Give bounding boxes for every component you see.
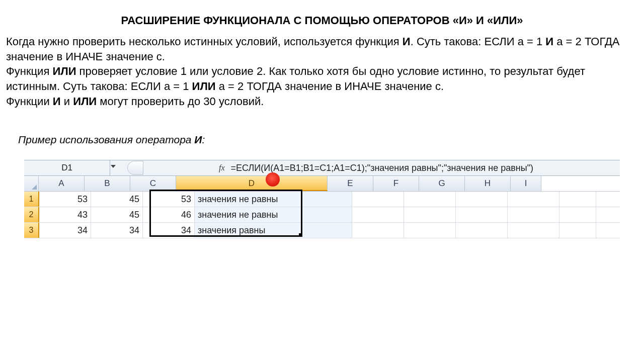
formula-text[interactable]: =ЕСЛИ(И(A1=B1;B1=C1;A1=C1);"значения рав…	[231, 163, 534, 173]
column-headers: ABCDEFGHI	[24, 176, 620, 192]
column-header[interactable]: A	[39, 176, 85, 191]
cell[interactable]	[456, 207, 508, 222]
table-row: 2434546значения не равны	[24, 207, 620, 223]
cell[interactable]	[508, 207, 559, 222]
bold-ili: ИЛИ	[73, 95, 97, 108]
cell[interactable]: значения не равны	[195, 192, 352, 207]
column-header[interactable]: B	[85, 176, 130, 191]
cell[interactable]	[352, 207, 404, 222]
table-row: 3343434значения равны	[24, 223, 620, 238]
cell[interactable]	[559, 207, 596, 222]
cell[interactable]	[456, 192, 508, 207]
column-header[interactable]: H	[465, 176, 511, 191]
text: и	[61, 95, 73, 108]
cell[interactable]: 45	[91, 192, 143, 207]
text: Когда нужно проверить несколько истинных…	[6, 35, 403, 48]
column-header[interactable]: G	[419, 176, 465, 191]
bold-i: И	[194, 134, 202, 145]
bold-i: И	[53, 95, 61, 108]
cell[interactable]: значения не равны	[195, 207, 352, 222]
text: а = 2 ТОГДА значение в ИНАЧЕ значение с.	[216, 80, 444, 93]
row-header[interactable]: 2	[24, 207, 39, 222]
name-box[interactable]: D1	[24, 160, 110, 175]
fx-paren-icon	[127, 161, 143, 175]
table-row: 1534553значения не равны	[24, 192, 620, 207]
bold-ili: ИЛИ	[192, 80, 216, 93]
cell[interactable]	[352, 192, 404, 207]
bold-ili: ИЛИ	[52, 65, 76, 77]
row-header[interactable]: 3	[24, 223, 39, 238]
cell[interactable]	[352, 223, 404, 238]
cell[interactable]	[508, 192, 559, 207]
column-header[interactable]: E	[328, 176, 373, 191]
cell[interactable]: 53	[143, 192, 195, 207]
cell[interactable]: 34	[143, 223, 195, 238]
column-header[interactable]: D	[176, 176, 328, 191]
cell[interactable]	[559, 192, 596, 207]
fx-icon[interactable]: fx	[219, 163, 225, 172]
bold-i: И	[545, 35, 553, 48]
cell[interactable]	[456, 223, 508, 238]
select-all-corner[interactable]	[24, 176, 39, 191]
example-label: Пример использования оператора И:	[18, 134, 644, 146]
cell[interactable]: 34	[39, 223, 91, 238]
bold-i: И	[403, 35, 411, 48]
excel-screenshot: D1 fx =ЕСЛИ(И(A1=B1;B1=C1;A1=C1);"значен…	[24, 160, 620, 238]
column-header[interactable]: C	[130, 176, 176, 191]
cell[interactable]	[508, 223, 559, 238]
cell[interactable]	[559, 223, 596, 238]
cell[interactable]: 43	[39, 207, 91, 222]
text: Функции	[6, 95, 53, 108]
cell[interactable]	[404, 207, 456, 222]
name-box-dropdown-icon[interactable]	[111, 165, 116, 168]
text: . Суть такова: ЕСЛИ а = 1	[411, 35, 546, 48]
text: могут проверить до 30 условий.	[97, 95, 264, 108]
cell[interactable]: 45	[91, 207, 143, 222]
cell[interactable]: 46	[143, 207, 195, 222]
cell[interactable]	[404, 192, 456, 207]
text: :	[202, 134, 205, 145]
column-header[interactable]: F	[373, 176, 419, 191]
column-header[interactable]: I	[511, 176, 541, 191]
cell[interactable]: значения равны	[195, 223, 352, 238]
cell[interactable]: 53	[39, 192, 91, 207]
body-paragraph: Когда нужно проверить несколько истинных…	[6, 34, 638, 109]
cell[interactable]: 34	[91, 223, 143, 238]
text: Пример использования оператора	[18, 134, 194, 145]
row-header[interactable]: 1	[24, 192, 39, 207]
cell[interactable]	[404, 223, 456, 238]
fill-handle[interactable]	[299, 233, 302, 237]
page-title: РАСШИРЕНИЕ ФУНКЦИОНАЛА С ПОМОЩЬЮ ОПЕРАТО…	[20, 14, 624, 27]
formula-bar: D1 fx =ЕСЛИ(И(A1=B1;B1=C1;A1=C1);"значен…	[24, 160, 620, 176]
text: Функция	[6, 65, 52, 77]
